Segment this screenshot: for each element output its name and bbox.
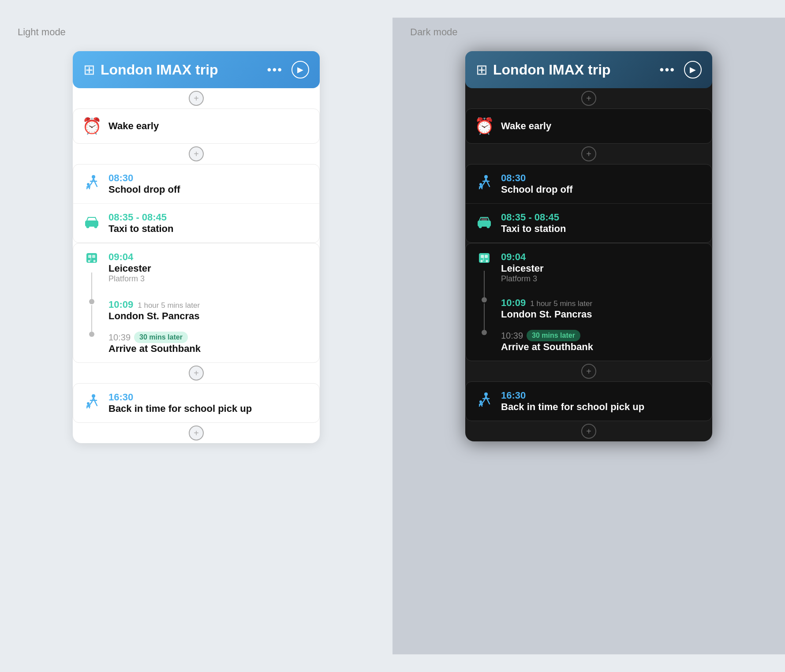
walk-content-dark: 10:39 30 mins later Arrive at Southbank — [501, 330, 703, 353]
svg-point-4 — [94, 225, 97, 228]
school-drop-time-light: 08:30 — [108, 172, 310, 184]
train-arrive-row-dark: 10:09 1 hour 5 mins later London St. Pan… — [466, 297, 712, 330]
arrive-time-row-light: 10:09 1 hour 5 mins later — [108, 299, 310, 310]
school-pick-row-dark: 16:30 Back in time for school pick up — [466, 382, 712, 421]
train-depart-place-light: Leicester — [108, 263, 310, 274]
walk-badge-light: 30 mins later — [134, 332, 188, 343]
add-btn-row-2-light: + — [73, 144, 320, 164]
walk-place-light: Arrive at Southbank — [108, 343, 310, 355]
school-drop-title-light: School drop off — [108, 184, 310, 195]
svg-rect-11 — [90, 255, 91, 261]
arrive-time-dark: 10:09 — [501, 297, 526, 309]
svg-point-10 — [93, 260, 96, 262]
add-btn-row-1-dark: + — [465, 88, 712, 108]
train-depart-row-light: 09:04 Leicester Platform 3 — [73, 243, 319, 299]
alarm-icon-dark: ⏰ — [475, 117, 494, 135]
walk-row-dark: 10:39 30 mins later Arrive at Southbank — [466, 330, 712, 361]
walk-time-row-light: 10:39 30 mins later — [108, 332, 310, 343]
train-depart-time-dark: 09:04 — [501, 251, 703, 263]
timeline-line-2-dark — [484, 303, 485, 330]
add-btn-row-4-dark: + — [465, 421, 712, 441]
wake-early-content-light: Wake early — [108, 120, 310, 132]
arrive-content-light: 10:09 1 hour 5 mins later London St. Pan… — [108, 299, 310, 329]
school-pick-title-dark: Back in time for school pick up — [501, 401, 703, 413]
add-button-4-light[interactable]: + — [189, 426, 204, 441]
taxi-row-dark: 08:35 - 08:45 Taxi to station — [466, 203, 712, 243]
arrive-dot-dark — [482, 297, 487, 302]
walking-icon-dark — [475, 174, 494, 194]
arrive-dot-col-dark — [475, 297, 494, 330]
train-depart-sub-dark: Platform 3 — [501, 274, 703, 284]
train-icon-light — [84, 251, 100, 271]
light-mode-label: Light mode — [18, 26, 66, 38]
timeline-line-1-dark — [484, 271, 485, 297]
play-btn-light[interactable]: ▶ — [292, 61, 309, 78]
add-button-1-light[interactable]: + — [189, 91, 204, 106]
add-button-3-light[interactable]: + — [189, 366, 204, 381]
walk-time-row-dark: 10:39 30 mins later — [501, 330, 703, 341]
walk-row-light: 10:39 30 mins later Arrive at Southbank — [73, 332, 319, 362]
walk-time-light: 10:39 — [108, 332, 131, 343]
wake-early-title-dark: Wake early — [501, 120, 703, 132]
dots-dark: ••• — [660, 63, 675, 77]
train-depart-place-dark: Leicester — [501, 263, 703, 274]
add-button-1-dark[interactable]: + — [581, 91, 596, 106]
school-pick-time-dark: 16:30 — [501, 390, 703, 401]
walk-dot-dark — [482, 330, 487, 335]
school-pick-title-light: Back in time for school pick up — [108, 403, 310, 414]
school-taxi-section-light: 08:30 School drop off 08:35 - 08:45 — [73, 164, 320, 243]
school-drop-title-dark: School drop off — [501, 184, 703, 195]
walk-badge-dark: 30 mins later — [527, 330, 580, 341]
svg-point-17 — [479, 225, 482, 228]
dots-light: ••• — [267, 63, 283, 77]
school-pick-content-dark: 16:30 Back in time for school pick up — [501, 390, 703, 413]
light-header: ⊞ London IMAX trip ••• ▶ — [73, 51, 320, 88]
grid-icon-light: ⊞ — [83, 61, 95, 78]
add-button-3-dark[interactable]: + — [581, 364, 596, 379]
school-pick-row-light: 16:30 Back in time for school pick up — [73, 384, 319, 422]
svg-rect-19 — [481, 218, 487, 220]
car-icon-light — [82, 214, 101, 232]
train-depart-time-light: 09:04 — [108, 251, 310, 263]
add-button-4-dark[interactable]: + — [581, 424, 596, 439]
school-drop-content-light: 08:30 School drop off — [108, 172, 310, 195]
wake-early-section-dark: ⏰ Wake early — [465, 108, 712, 144]
train-depart-content-light: 09:04 Leicester Platform 3 — [108, 251, 310, 291]
train-arrive-row-light: 10:09 1 hour 5 mins later London St. Pan… — [73, 299, 319, 332]
svg-point-3 — [86, 225, 90, 228]
walk-dot-col-dark — [475, 330, 494, 335]
arrive-delay-light: 1 hour 5 mins later — [138, 301, 200, 310]
walk-content-light: 10:39 30 mins later Arrive at Southbank — [108, 332, 310, 355]
svg-rect-20 — [479, 253, 490, 263]
wake-early-content-dark: Wake early — [501, 120, 703, 132]
wake-early-section-light: ⏰ Wake early — [73, 108, 320, 144]
wake-early-title-light: Wake early — [108, 120, 310, 132]
taxi-title-light: Taxi to station — [108, 223, 310, 235]
arrive-place-dark: London St. Pancras — [501, 309, 703, 320]
add-button-2-dark[interactable]: + — [581, 146, 596, 161]
alarm-icon-light: ⏰ — [82, 117, 101, 135]
wake-early-row-dark: ⏰ Wake early — [466, 109, 712, 143]
train-icon-dark — [476, 251, 492, 269]
school-drop-row-dark: 08:30 School drop off — [466, 164, 712, 203]
school-pick-time-light: 16:30 — [108, 392, 310, 403]
school-taxi-section-dark: 08:30 School drop off 08:35 - 08:45 — [465, 164, 712, 243]
train-icon-col-light — [82, 251, 101, 299]
arrive-dot-light — [89, 299, 94, 304]
taxi-content-light: 08:35 - 08:45 Taxi to station — [108, 212, 310, 235]
arrive-place-light: London St. Pancras — [108, 310, 310, 322]
grid-icon-dark: ⊞ — [476, 61, 488, 78]
svg-point-24 — [486, 260, 488, 262]
add-button-2-light[interactable]: + — [189, 146, 204, 161]
add-btn-row-1-light: + — [73, 88, 320, 108]
dark-header: ⊞ London IMAX trip ••• ▶ — [465, 51, 712, 88]
arrive-content-dark: 10:09 1 hour 5 mins later London St. Pan… — [501, 297, 703, 327]
taxi-content-dark: 08:35 - 08:45 Taxi to station — [501, 212, 703, 235]
play-btn-dark[interactable]: ▶ — [684, 61, 702, 78]
train-depart-row-dark: 09:04 Leicester Platform 3 — [466, 243, 712, 297]
add-btn-row-3-dark: + — [465, 361, 712, 381]
school-pick-content-light: 16:30 Back in time for school pick up — [108, 392, 310, 414]
dark-mode-panel: Dark mode ⊞ London IMAX trip ••• ▶ + ⏰ W… — [392, 18, 785, 654]
school-drop-time-dark: 08:30 — [501, 172, 703, 184]
walk-place-dark: Arrive at Southbank — [501, 341, 703, 353]
